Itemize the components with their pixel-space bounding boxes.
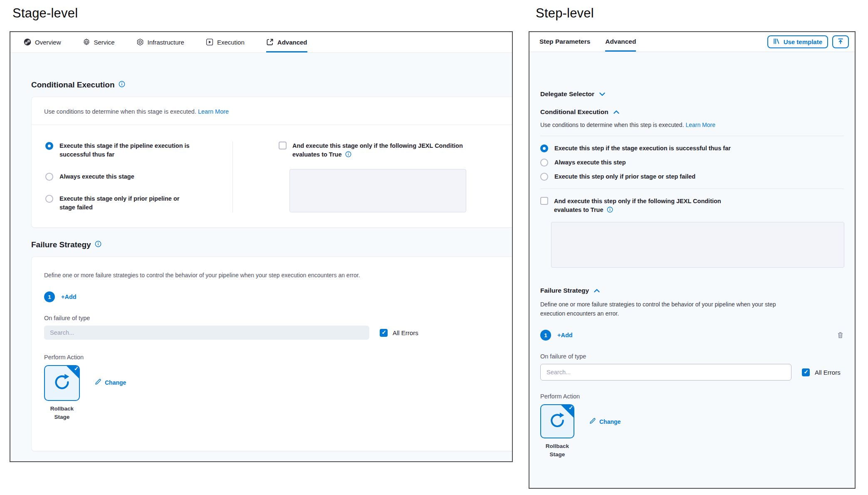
conditional-execution-header[interactable]: Conditional Execution [540, 108, 844, 116]
selected-check-corner-icon [66, 366, 79, 379]
strategy-badge-row: 1 +Add [44, 291, 500, 302]
step-settings-panel: Step Parameters Advanced Use template [529, 31, 856, 489]
service-gear-icon [83, 38, 90, 46]
failure-strategy-card: Define one or more failure strategies to… [31, 256, 512, 451]
tab-label: Infrastructure [148, 39, 184, 46]
jexl-checkbox[interactable] [540, 197, 548, 205]
action-name: Rollback Stage [540, 442, 574, 458]
radio-label[interactable]: Execute this step only if prior stage or… [554, 172, 695, 181]
failure-strategy-description: Define one or more failure strategies to… [540, 300, 784, 318]
tab-label: Advanced [277, 39, 307, 46]
jexl-label[interactable]: And execute this stage only if the follo… [292, 142, 467, 160]
add-strategy-button[interactable]: +Add [61, 294, 77, 300]
radio-icon[interactable] [540, 144, 548, 152]
perform-action-label: Perform Action [540, 393, 844, 400]
change-action-link[interactable]: Change [589, 418, 621, 425]
change-action-link[interactable]: Change [95, 378, 126, 386]
delegate-selector-header[interactable]: Delegate Selector [540, 90, 844, 98]
radio-option-failed[interactable]: Execute this step only if prior stage or… [540, 172, 844, 181]
learn-more-link[interactable]: Learn More [685, 122, 715, 128]
radio-icon[interactable] [45, 195, 53, 203]
tab-overview[interactable]: Overview [24, 32, 61, 52]
rollback-stage-action-card[interactable] [44, 365, 80, 401]
add-strategy-button[interactable]: +Add [557, 332, 573, 338]
radio-option-successful[interactable]: Execute this stage if the pipeline execu… [45, 142, 218, 159]
pencil-icon [95, 378, 101, 386]
tab-label: Service [94, 39, 115, 46]
pencil-icon [589, 418, 596, 425]
tab-step-parameters[interactable]: Step Parameters [539, 32, 590, 52]
conditional-execution-body: Execute this stage if the pipeline execu… [32, 125, 512, 227]
strategy-number-badge[interactable]: 1 [540, 330, 551, 341]
info-icon[interactable] [345, 151, 351, 160]
chevron-up-icon[interactable] [613, 110, 619, 114]
tab-infrastructure[interactable]: Infrastructure [136, 32, 184, 52]
jexl-checkbox-row[interactable]: And execute this step only if the follow… [540, 197, 844, 215]
failure-strategy-header[interactable]: Failure Strategy [540, 287, 844, 294]
all-errors-checkbox[interactable] [802, 368, 810, 376]
change-label[interactable]: Change [599, 418, 621, 425]
radio-label[interactable]: Execute this stage if the pipeline execu… [59, 142, 197, 159]
tab-service[interactable]: Service [83, 32, 115, 52]
chevron-up-icon[interactable] [594, 289, 600, 293]
failure-type-row: All Errors [540, 364, 844, 381]
perform-action-label: Perform Action [44, 354, 500, 361]
failure-strategy-section-title: Failure Strategy [31, 240, 512, 249]
radio-label[interactable]: Execute this stage only if prior pipelin… [59, 194, 197, 212]
failure-type-search-input[interactable] [44, 326, 369, 340]
failure-strategy-title: Failure Strategy [540, 287, 589, 294]
all-errors-option[interactable]: All Errors [802, 368, 841, 376]
info-icon[interactable] [95, 240, 101, 249]
jexl-condition-input[interactable] [551, 222, 844, 268]
divider [540, 189, 844, 189]
radio-option-failed[interactable]: Execute this stage only if prior pipelin… [45, 194, 218, 212]
trash-icon[interactable] [837, 331, 844, 339]
info-icon[interactable] [607, 206, 613, 215]
section-title-text: Conditional Execution [31, 80, 115, 90]
jexl-label[interactable]: And execute this step only if the follow… [554, 197, 729, 215]
radio-icon[interactable] [45, 173, 53, 181]
use-template-label: Use template [784, 38, 822, 45]
jexl-checkbox[interactable] [279, 142, 287, 149]
tab-execution[interactable]: Execution [206, 32, 245, 52]
radio-label[interactable]: Execute this step if the stage execution… [554, 144, 731, 153]
on-failure-label: On failure of type [44, 315, 500, 321]
infrastructure-hexagon-icon [136, 38, 144, 46]
jexl-condition-input[interactable] [289, 169, 466, 212]
all-errors-checkbox[interactable] [380, 329, 388, 337]
execution-play-icon [206, 38, 213, 46]
selected-action: Rollback Stage [540, 404, 574, 458]
radio-label[interactable]: Always execute this stage [59, 172, 134, 181]
template-library-icon [773, 38, 780, 46]
strategy-number-badge[interactable]: 1 [44, 291, 55, 302]
perform-action-row: Rollback Stage Change [540, 404, 844, 458]
use-template-button[interactable]: Use template [767, 35, 828, 48]
failure-type-search-input[interactable] [540, 364, 791, 381]
radio-icon[interactable] [540, 173, 548, 181]
conditional-execution-section-title: Conditional Execution [31, 80, 512, 90]
radio-icon[interactable] [540, 159, 548, 167]
all-errors-label[interactable]: All Errors [815, 369, 841, 376]
radio-option-always[interactable]: Always execute this stage [45, 172, 218, 181]
radio-option-always[interactable]: Always execute this step [540, 158, 844, 167]
upload-button[interactable] [832, 35, 849, 48]
radio-label[interactable]: Always execute this step [554, 158, 626, 167]
tab-advanced[interactable]: Advanced [605, 32, 636, 52]
upload-icon [837, 38, 844, 46]
rollback-stage-action-card[interactable] [540, 404, 574, 438]
step-advanced-content: Delegate Selector Conditional Execution … [529, 90, 855, 459]
change-label[interactable]: Change [105, 379, 126, 386]
chevron-down-icon[interactable] [599, 92, 605, 96]
execution-condition-options: Execute this stage if the pipeline execu… [32, 142, 232, 212]
radio-icon[interactable] [45, 142, 53, 150]
tab-advanced[interactable]: Advanced [266, 32, 307, 52]
tab-label: Overview [35, 39, 61, 46]
all-errors-option[interactable]: All Errors [380, 329, 418, 337]
step-tab-bar: Step Parameters Advanced Use template [529, 32, 855, 52]
radio-option-successful[interactable]: Execute this step if the stage execution… [540, 144, 844, 153]
jexl-checkbox-row[interactable]: And execute this stage only if the follo… [279, 142, 500, 160]
selected-action: Rollback Stage [44, 365, 80, 421]
all-errors-label[interactable]: All Errors [393, 329, 418, 336]
learn-more-link[interactable]: Learn More [198, 108, 229, 115]
info-icon[interactable] [119, 80, 125, 90]
